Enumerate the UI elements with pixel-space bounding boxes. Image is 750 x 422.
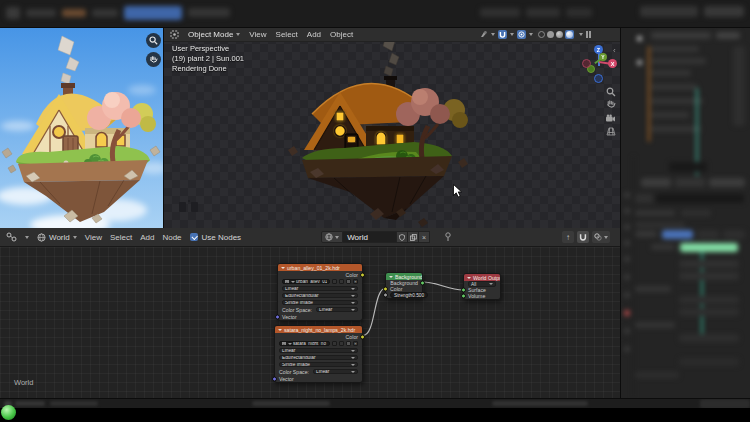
strength-input-socket[interactable]	[383, 293, 388, 298]
sidebar-toggle-arrow[interactable]: ‹	[613, 46, 616, 55]
viewport-pan-button[interactable]	[604, 98, 617, 110]
color-input-socket[interactable]	[383, 287, 388, 292]
snap-button[interactable]	[577, 231, 589, 243]
shader-editor[interactable]: urban_alley_01_2k.hdr Color urban_alley_…	[0, 228, 620, 398]
camera-view-button[interactable]	[604, 112, 617, 124]
collapse-icon[interactable]	[389, 276, 393, 278]
target-dropdown[interactable]: All	[468, 281, 496, 287]
chevron-down-icon[interactable]	[491, 33, 495, 36]
chevron-down-icon	[351, 364, 355, 366]
menu-select[interactable]: Select	[276, 30, 298, 39]
chevron-down-icon[interactable]	[529, 33, 533, 36]
volume-input-socket[interactable]	[461, 294, 466, 299]
pan-button[interactable]	[146, 52, 161, 67]
chevron-down-icon[interactable]	[579, 33, 583, 36]
gizmo-x-neg-axis[interactable]	[582, 59, 591, 68]
node-header[interactable]: World Output	[464, 274, 500, 281]
color-output-socket[interactable]	[360, 272, 365, 277]
blurred-item	[635, 286, 671, 292]
source-dropdown[interactable]: Single Image	[279, 362, 358, 368]
unlink-icon[interactable]: ×	[353, 279, 358, 284]
menu-add[interactable]: Add	[307, 30, 321, 39]
image-datablock[interactable]: urban_alley_01_2k.hdr	[282, 279, 330, 285]
parent-links-button[interactable]: ↑	[562, 231, 574, 243]
strength-slider[interactable]: Strength 0.500	[390, 292, 428, 298]
wireframe-shading-button[interactable]	[538, 31, 545, 38]
bottom-strip	[0, 408, 750, 422]
properties-tab-icon	[624, 256, 630, 262]
blurred-item	[637, 36, 642, 41]
editor-type-icon[interactable]	[6, 232, 17, 242]
unlink-icon[interactable]: ×	[353, 341, 358, 346]
interpolation-dropdown[interactable]: Linear	[282, 286, 358, 292]
proportional-edit-button[interactable]	[517, 30, 526, 39]
color-space-dropdown[interactable]: Linear	[313, 369, 358, 375]
folder-icon[interactable]	[346, 341, 351, 346]
menu-view[interactable]: View	[249, 30, 266, 39]
chevron-down-icon[interactable]	[510, 33, 514, 36]
node-header[interactable]: satara_night_no_lamps_2k.hdr	[275, 326, 362, 333]
color-space-dropdown[interactable]: Linear	[316, 307, 358, 313]
blurred-item	[679, 308, 739, 316]
viewport-3d[interactable]: Object Mode View Select Add Object	[163, 28, 620, 228]
rendered-shading-button[interactable]	[565, 30, 574, 39]
chevron-down-icon[interactable]	[25, 236, 29, 239]
node-env-texture-1[interactable]: urban_alley_01_2k.hdr Color urban_alley_…	[277, 263, 363, 321]
fake-user-icon[interactable]	[332, 341, 337, 346]
node-world-output[interactable]: World Output All Surface Volume	[463, 273, 501, 300]
projection-dropdown[interactable]: Equirectangular	[282, 293, 358, 299]
material-shading-button[interactable]	[556, 31, 563, 38]
image-editor[interactable]	[0, 28, 163, 228]
menu-view[interactable]: View	[85, 233, 102, 242]
color-output-socket[interactable]	[360, 334, 365, 339]
mode-dropdown[interactable]: Object Mode	[188, 30, 240, 39]
tool-settings-icon[interactable]	[479, 30, 488, 39]
datablock-type-button[interactable]	[321, 231, 343, 243]
node-title: Background	[395, 274, 422, 280]
copy-icon	[410, 234, 417, 241]
node-header[interactable]: Background	[386, 273, 422, 280]
pause-icon[interactable]	[586, 31, 592, 38]
fake-user-button[interactable]	[397, 231, 408, 243]
copy-icon[interactable]	[339, 341, 344, 346]
datablock-name-field[interactable]: World	[343, 231, 397, 243]
gizmo-y-axis[interactable]: Y	[599, 53, 607, 61]
source-dropdown[interactable]: Single Image	[282, 300, 358, 306]
new-copy-button[interactable]	[408, 231, 419, 243]
surface-input-socket[interactable]	[461, 288, 466, 293]
menu-add[interactable]: Add	[140, 233, 154, 242]
blurred-item	[6, 7, 20, 19]
solid-shading-button[interactable]	[547, 31, 554, 38]
node-header[interactable]: urban_alley_01_2k.hdr	[278, 264, 362, 271]
unlink-button[interactable]: ×	[419, 231, 430, 243]
collapse-icon[interactable]	[467, 277, 471, 279]
use-nodes-toggle[interactable]: Use Nodes	[190, 233, 242, 242]
collapse-icon[interactable]	[278, 329, 282, 331]
menu-select[interactable]: Select	[110, 233, 132, 242]
zoom-button[interactable]	[146, 33, 161, 48]
gizmo-x-axis[interactable]: X	[608, 59, 617, 68]
menu-node[interactable]: Node	[162, 233, 181, 242]
blurred-item	[651, 58, 706, 64]
fake-user-icon[interactable]	[332, 279, 337, 284]
snapping-button[interactable]	[498, 30, 507, 39]
shader-type-dropdown[interactable]: World	[37, 233, 77, 242]
editor-type-icon[interactable]	[170, 30, 179, 39]
input-label: Volume	[468, 293, 485, 299]
folder-icon[interactable]	[346, 279, 351, 284]
node-background[interactable]: Background Background Color Strength 0.5…	[385, 272, 423, 299]
vector-input-socket[interactable]	[272, 376, 277, 381]
pin-icon[interactable]	[444, 232, 452, 242]
ortho-toggle-button[interactable]	[604, 125, 617, 137]
menu-object[interactable]: Object	[330, 30, 353, 39]
copy-icon[interactable]	[339, 279, 344, 284]
vector-input-socket[interactable]	[275, 314, 280, 319]
projection-dropdown[interactable]: Equirectangular	[279, 355, 358, 361]
collapse-icon[interactable]	[281, 267, 285, 269]
interpolation-dropdown[interactable]: Linear	[279, 348, 358, 354]
image-datablock[interactable]: satara_night_no_lamps_2k.hdr	[279, 341, 330, 347]
gizmo-z-neg-axis[interactable]	[594, 74, 603, 83]
background-output-socket[interactable]	[420, 281, 425, 286]
node-env-texture-2[interactable]: satara_night_no_lamps_2k.hdr Color satar…	[274, 325, 363, 383]
overlays-button[interactable]	[592, 231, 610, 243]
